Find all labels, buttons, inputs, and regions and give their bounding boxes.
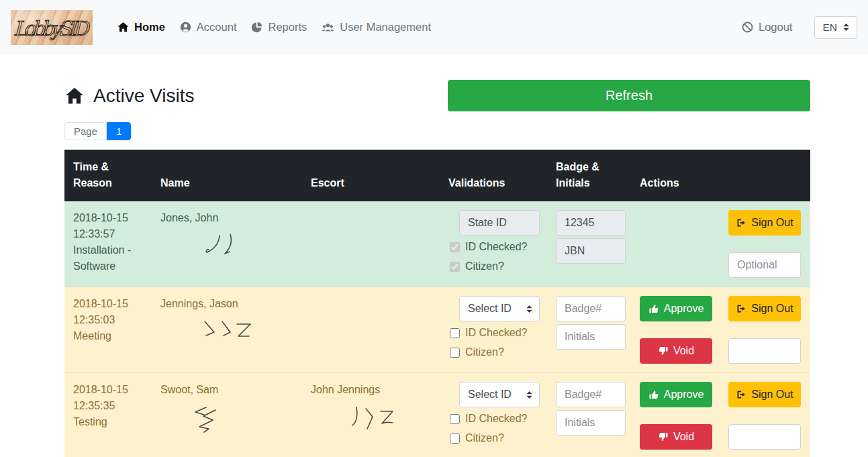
- nav-item-reports[interactable]: Reports: [244, 15, 314, 39]
- initials-input[interactable]: [556, 324, 626, 350]
- brand-logo[interactable]: LobbySID: [11, 10, 93, 45]
- language-select[interactable]: EN: [814, 16, 857, 39]
- void-button[interactable]: Void: [640, 338, 712, 364]
- page-title: Active Visits: [64, 85, 194, 107]
- signout-note-input[interactable]: [728, 338, 801, 364]
- visit-time: 12:33:57: [73, 226, 143, 242]
- name-cell: Jones, John: [152, 201, 302, 287]
- visit-row: 2018-10-15 12:33:57 Installation - Softw…: [64, 201, 810, 287]
- language-selected: EN: [822, 21, 837, 34]
- logout-button[interactable]: Logout: [734, 15, 800, 39]
- home-icon: [64, 87, 85, 105]
- navbar-right: Logout EN: [734, 15, 857, 39]
- sign-out-icon: [736, 389, 746, 400]
- refresh-button[interactable]: Refresh: [448, 80, 810, 111]
- badge-input[interactable]: [556, 210, 626, 236]
- main-content: Active Visits Refresh Page 1 Time & Reas…: [64, 80, 810, 457]
- citizen-label: Citizen?: [465, 258, 504, 274]
- sign-out-label: Sign Out: [751, 389, 793, 401]
- logout-label: Logout: [759, 21, 792, 34]
- col-badge-initials: Badge & Initials: [547, 150, 631, 201]
- time-reason-cell: 2018-10-15 12:35:03 Meeting: [64, 287, 152, 373]
- escort-signature: [350, 403, 403, 437]
- actions-cell: Sign Out: [631, 201, 810, 287]
- navbar: LobbySID Home Account Reports: [0, 0, 868, 54]
- validations-cell: Select ID ID Checked? Citizen?: [440, 287, 547, 373]
- approve-label: Approve: [664, 303, 704, 315]
- citizen-checkbox[interactable]: [450, 434, 460, 444]
- col-time-reason: Time & Reason: [64, 150, 152, 201]
- name-cell: Swoot, Sam: [152, 373, 302, 457]
- escort-cell: [302, 201, 440, 287]
- col-actions: Actions: [631, 150, 810, 201]
- validations-cell: Select ID ID Checked? Citizen?: [440, 373, 547, 457]
- badge-input[interactable]: [556, 296, 626, 321]
- citizen-line: Citizen?: [448, 258, 538, 274]
- badge-initials-cell: [547, 373, 631, 457]
- visit-row: 2018-10-15 12:35:03 Meeting Jennings, Ja…: [64, 287, 810, 373]
- chevrons-updown-icon: [526, 305, 532, 313]
- badge-input[interactable]: [556, 382, 626, 407]
- approve-button[interactable]: Approve: [640, 382, 712, 407]
- id-checked-checkbox[interactable]: [450, 242, 460, 252]
- nav-label: Reports: [268, 21, 307, 34]
- id-checked-line: ID Checked?: [448, 239, 538, 255]
- visit-time: 12:35:35: [73, 398, 143, 414]
- page-number-button[interactable]: 1: [107, 122, 131, 140]
- svg-text:LobbySID: LobbySID: [13, 17, 91, 40]
- id-checked-checkbox[interactable]: [450, 328, 460, 338]
- visit-row: 2018-10-15 12:35:35 Testing Swoot, Sam J…: [64, 373, 810, 457]
- thumbs-up-icon: [648, 303, 659, 314]
- visit-reason: Installation - Software: [73, 242, 143, 274]
- user-circle-icon: [180, 21, 191, 33]
- citizen-line: Citizen?: [448, 430, 538, 446]
- id-checked-label: ID Checked?: [465, 411, 528, 427]
- visitor-name: Swoot, Sam: [160, 384, 218, 395]
- sign-out-button[interactable]: Sign Out: [728, 382, 801, 407]
- page-label-button[interactable]: Page: [64, 122, 107, 140]
- thumbs-down-icon: [658, 431, 669, 442]
- chevrons-updown-icon: [526, 391, 532, 399]
- id-checked-line: ID Checked?: [448, 411, 538, 427]
- home-icon: [117, 21, 129, 33]
- id-checked-label: ID Checked?: [465, 325, 528, 341]
- actions-cell: Approve Sign Out: [631, 373, 810, 457]
- thumbs-down-icon: [658, 346, 669, 356]
- id-checked-label: ID Checked?: [465, 239, 528, 255]
- approve-button[interactable]: Approve: [640, 296, 712, 321]
- time-reason-cell: 2018-10-15 12:33:57 Installation - Softw…: [64, 201, 152, 287]
- signout-note-input[interactable]: [728, 252, 801, 278]
- citizen-checkbox[interactable]: [450, 262, 460, 272]
- sign-out-button[interactable]: Sign Out: [728, 210, 801, 236]
- citizen-checkbox[interactable]: [450, 348, 460, 358]
- id-checked-line: ID Checked?: [448, 325, 538, 341]
- page-title-text: Active Visits: [93, 85, 194, 107]
- chevrons-updown-icon: [843, 23, 849, 31]
- brand-logo-text: LobbySID: [11, 10, 93, 45]
- sign-out-label: Sign Out: [751, 217, 793, 229]
- id-type-select[interactable]: Select ID: [459, 296, 540, 321]
- id-type-select[interactable]: Select ID: [459, 382, 540, 407]
- approve-label: Approve: [664, 389, 704, 401]
- escort-cell: [302, 287, 440, 373]
- id-checked-checkbox[interactable]: [450, 414, 460, 424]
- void-button[interactable]: Void: [640, 424, 712, 450]
- thumbs-up-icon: [648, 389, 659, 400]
- visit-reason: Testing: [73, 414, 143, 430]
- sign-out-button[interactable]: Sign Out: [728, 296, 801, 321]
- nav-item-user-management[interactable]: User Management: [314, 15, 438, 39]
- citizen-line: Citizen?: [448, 344, 538, 360]
- visit-date: 2018-10-15: [73, 210, 143, 226]
- nav-item-account[interactable]: Account: [173, 15, 244, 39]
- visitor-signature: [199, 317, 260, 344]
- initials-input[interactable]: [556, 410, 626, 436]
- id-type-selected: Select ID: [468, 301, 512, 317]
- badge-initials-cell: [547, 287, 631, 373]
- signout-note-input[interactable]: [728, 424, 801, 450]
- id-type-input[interactable]: [459, 210, 540, 236]
- sign-out-label: Sign Out: [751, 303, 793, 315]
- nav-item-home[interactable]: Home: [110, 15, 173, 39]
- header-row: Active Visits Refresh: [64, 80, 810, 111]
- escort-name: John Jennings: [311, 384, 380, 395]
- initials-input[interactable]: [556, 238, 626, 264]
